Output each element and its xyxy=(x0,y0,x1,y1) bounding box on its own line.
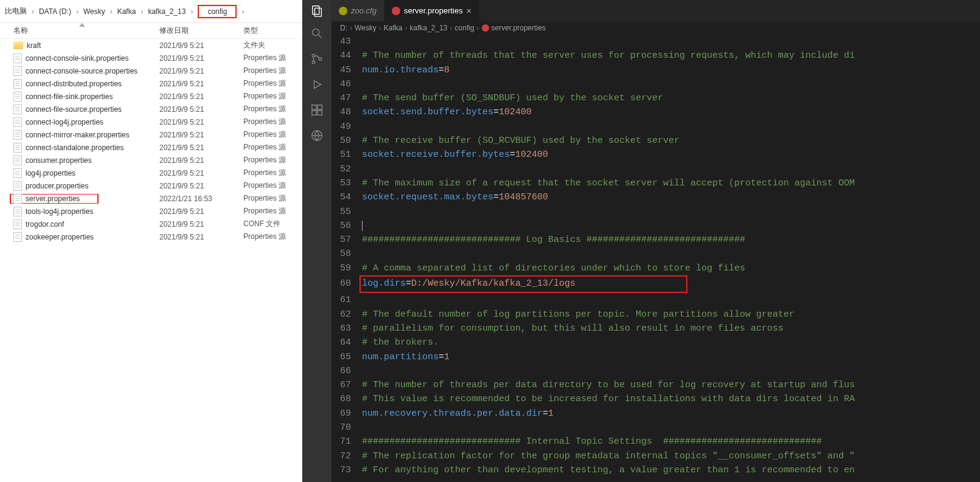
chevron-right-icon: › xyxy=(477,24,479,32)
code-line[interactable]: 66 xyxy=(332,364,971,378)
crumb[interactable]: Wesky xyxy=(81,7,108,16)
file-row[interactable]: log4j.properties2021/9/9 5:21Properties … xyxy=(0,167,302,179)
file-row[interactable]: producer.properties2021/9/9 5:21Properti… xyxy=(0,179,302,192)
file-row[interactable]: kraft2021/9/9 5:21文件夹 xyxy=(0,39,302,52)
code-editor[interactable]: 4344# The number of threads that the ser… xyxy=(332,35,971,482)
code-line[interactable]: 68# This value is recommended to be incr… xyxy=(332,392,971,406)
crumb[interactable]: Kafka xyxy=(384,24,403,32)
file-name: connect-file-source.properties xyxy=(26,105,122,114)
file-row[interactable]: connect-file-sink.properties2021/9/9 5:2… xyxy=(0,90,302,103)
file-row[interactable]: connect-mirror-maker.properties2021/9/9 … xyxy=(0,128,302,141)
code-line[interactable]: 48socket.send.buffer.bytes=102400 xyxy=(332,105,971,119)
svg-rect-11 xyxy=(318,111,322,115)
file-row[interactable]: connect-log4j.properties2021/9/9 5:21Pro… xyxy=(0,115,302,128)
code-line[interactable]: 67# The number of threads per data direc… xyxy=(332,378,971,392)
crumb-config[interactable]: config xyxy=(198,5,237,18)
col-header-name[interactable]: 名称 xyxy=(0,26,159,36)
tab-server-properties[interactable]: server.properties × xyxy=(384,0,479,21)
explorer-icon[interactable] xyxy=(310,4,324,18)
crumb[interactable]: D: xyxy=(340,24,347,32)
code-line[interactable]: 62# The default number of log partitions… xyxy=(332,308,971,322)
line-number: 47 xyxy=(332,91,362,105)
file-row[interactable]: connect-console-source.properties2021/9/… xyxy=(0,64,302,77)
extensions-icon[interactable] xyxy=(310,103,324,117)
file-type: Properties 源 xyxy=(243,206,302,216)
line-number: 68 xyxy=(332,392,362,406)
line-number: 73 xyxy=(332,463,362,477)
source-control-icon[interactable] xyxy=(310,52,324,66)
code-line[interactable]: 73# For anything other than development … xyxy=(332,463,971,477)
svg-marker-7 xyxy=(314,81,321,89)
code-line[interactable]: 45num.io.threads=8 xyxy=(332,63,971,77)
code-line[interactable]: 65num.partitions=1 xyxy=(332,350,971,364)
crumb[interactable]: Kafka xyxy=(115,7,139,16)
crumb[interactable]: Wesky xyxy=(355,24,377,32)
crumb[interactable]: kafka_2_13 xyxy=(409,24,447,32)
code-line[interactable]: 49 xyxy=(332,120,971,134)
explorer-column-headers: 名称 修改日期 类型 xyxy=(0,23,302,39)
code-line[interactable]: 43 xyxy=(332,35,971,49)
file-row[interactable]: connect-console-sink.properties2021/9/9 … xyxy=(0,52,302,64)
code-line[interactable]: 54socket.request.max.bytes=104857600 xyxy=(332,190,971,204)
crumb[interactable]: config xyxy=(455,24,474,32)
code-line[interactable]: 64# the brokers. xyxy=(332,336,971,349)
code-line[interactable]: 51socket.receive.buffer.bytes=102400 xyxy=(332,148,971,162)
col-header-date[interactable]: 修改日期 xyxy=(159,26,243,36)
remote-icon[interactable] xyxy=(310,128,324,143)
code-line[interactable]: 57############################# Log Basi… xyxy=(332,233,971,247)
tab-label: zoo.cfg xyxy=(351,6,377,15)
tab-zoo-cfg[interactable]: zoo.cfg xyxy=(332,0,384,21)
chevron-right-icon: › xyxy=(379,24,381,32)
activity-bar xyxy=(302,0,332,21)
col-header-type[interactable]: 类型 xyxy=(243,26,302,36)
code-line[interactable]: 60log.dirs=D:/Wesky/Kafka/kafka_2_13/log… xyxy=(332,275,971,293)
crumb[interactable]: DATA (D:) xyxy=(36,7,74,16)
code-line[interactable]: 72# The replication factor for the group… xyxy=(332,449,971,463)
file-row[interactable]: server.properties2022/1/21 16:53Properti… xyxy=(0,192,302,205)
file-type: Properties 源 xyxy=(243,142,302,153)
search-icon[interactable] xyxy=(310,26,324,41)
code-line[interactable]: 59# A comma separated list of directorie… xyxy=(332,261,971,275)
code-line[interactable]: 56 xyxy=(332,219,971,233)
line-number: 43 xyxy=(332,35,362,49)
crumb[interactable]: 比电脑 xyxy=(2,6,29,16)
line-number: 53 xyxy=(332,176,362,190)
file-row[interactable]: zookeeper.properties2021/9/9 5:21Propert… xyxy=(0,230,302,243)
line-number: 55 xyxy=(332,205,362,219)
code-line[interactable]: 58 xyxy=(332,247,971,261)
code-line[interactable]: 70 xyxy=(332,421,971,435)
chevron-right-icon: › xyxy=(405,24,407,32)
file-row[interactable]: connect-file-source.properties2021/9/9 5… xyxy=(0,103,302,115)
svg-point-2 xyxy=(313,29,319,36)
crumb[interactable]: server.properties xyxy=(492,24,546,32)
code-line[interactable]: 55 xyxy=(332,205,971,219)
code-line[interactable]: 53# The maximum size of a request that t… xyxy=(332,176,971,190)
file-row[interactable]: tools-log4j.properties2021/9/9 5:21Prope… xyxy=(0,205,302,218)
file-date: 2021/9/9 5:21 xyxy=(159,220,243,229)
file-row[interactable]: connect-distributed.properties2021/9/9 5… xyxy=(0,77,302,90)
run-debug-icon[interactable] xyxy=(310,77,324,92)
file-row[interactable]: connect-standalone.properties2021/9/9 5:… xyxy=(0,141,302,154)
code-line[interactable]: 46 xyxy=(332,77,971,91)
close-icon[interactable]: × xyxy=(467,6,471,16)
crumb[interactable]: kafka_2_13 xyxy=(145,7,188,16)
line-number: 62 xyxy=(332,308,362,322)
file-icon xyxy=(13,156,22,165)
code-line[interactable]: 52 xyxy=(332,162,971,176)
code-line[interactable]: 47# The send buffer (SO_SNDBUF) used by … xyxy=(332,91,971,105)
file-row[interactable]: consumer.properties2021/9/9 5:21Properti… xyxy=(0,154,302,167)
code-line[interactable]: 61 xyxy=(332,293,971,307)
file-type: Properties 源 xyxy=(243,181,302,191)
code-line[interactable]: 71############################# Internal… xyxy=(332,435,971,449)
file-type: Properties 源 xyxy=(243,78,302,89)
editor-scrollbar[interactable] xyxy=(971,35,980,482)
file-date: 2021/9/9 5:21 xyxy=(159,169,243,177)
code-line[interactable]: 50# The receive buffer (SO_RCVBUF) used … xyxy=(332,134,971,148)
line-number: 71 xyxy=(332,435,362,449)
code-line[interactable]: 69num.recovery.threads.per.data.dir=1 xyxy=(332,407,971,421)
code-line[interactable]: 63# parallelism for consumption, but thi… xyxy=(332,322,971,336)
code-line[interactable]: 44# The number of threads that the serve… xyxy=(332,49,971,63)
file-date: 2021/9/9 5:21 xyxy=(159,207,243,216)
file-row[interactable]: trogdor.conf2021/9/9 5:21CONF 文件 xyxy=(0,218,302,230)
highlighted-line: log.dirs=D:/Wesky/Kafka/kafka_2_13/logs xyxy=(360,275,687,293)
